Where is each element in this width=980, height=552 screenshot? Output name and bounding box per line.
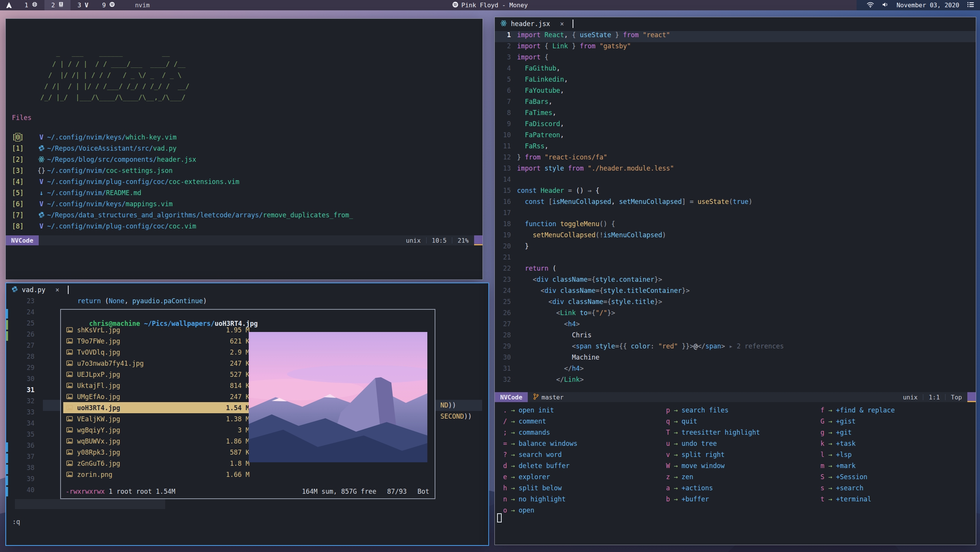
code-line-23[interactable]: 23 <div className={style.container}> [495, 276, 976, 287]
whichkey-entry[interactable]: b→+buffer [662, 493, 760, 504]
code-line-24[interactable]: 24 <div className={style.titleContainer}… [495, 287, 976, 298]
file-row[interactable]: y08Rpk3.jpg587 K [63, 447, 253, 458]
code-line-2[interactable]: 2import { Link } from "gatsby" [495, 42, 976, 53]
code-line-21[interactable]: 21 [495, 253, 976, 264]
lf-file-manager-popup[interactable]: chris@machine ~/Pics/wallpapers/uoH3RT4.… [60, 309, 435, 499]
code-line-19[interactable]: 19 setMenuCollapsed(!isMenuCollapsed) [495, 231, 976, 242]
code-line-18[interactable]: 18 function toggleMenu() { [495, 220, 976, 231]
startify-item[interactable]: [4]V~/.config/nvim/plug-config/coc/coc-e… [12, 176, 479, 187]
whichkey-entry[interactable]: ?→search word [499, 449, 578, 460]
whichkey-entry[interactable]: q→quit [662, 416, 760, 427]
startify-item[interactable]: [0]V~/.config/nvim/keys/which-key.vim [12, 131, 479, 143]
tab-close-icon[interactable]: × [560, 20, 564, 28]
whichkey-entry[interactable]: a→+actions [662, 482, 760, 493]
code-line-25[interactable]: 25 <div className={style.title}> [495, 298, 976, 309]
whichkey-entry[interactable]: u→undo tree [662, 438, 760, 449]
terminal-window-headerjsx[interactable]: header.jsx × 1import React, { useState }… [494, 17, 976, 545]
whichkey-entry[interactable]: l→+lsp [817, 449, 895, 460]
code-line-15[interactable]: 15const Header = () ⇒ { [495, 187, 976, 198]
workspace-button-1[interactable]: 1 [18, 0, 44, 10]
volume-icon[interactable] [882, 2, 889, 9]
whichkey-entry[interactable]: h→split below [499, 482, 578, 493]
file-row[interactable]: UEJLpxP.jpg527 K [63, 369, 253, 380]
whichkey-entry[interactable]: G→+gist [817, 416, 895, 427]
whichkey-entry[interactable]: .→open init [499, 404, 578, 416]
whichkey-entry[interactable]: W→move window [662, 460, 760, 471]
whichkey-entry[interactable]: m→+mark [817, 460, 895, 471]
whichkey-entry[interactable]: k→+task [817, 438, 895, 449]
whichkey-entry[interactable]: p→search files [662, 404, 760, 416]
workspace-button-2[interactable]: 2 [44, 0, 71, 10]
file-row[interactable]: u7o3nwab7fy41.jpg247 K [63, 358, 253, 369]
whichkey-entry[interactable]: d→delete buffer [499, 460, 578, 471]
whichkey-entry[interactable]: t→+terminal [817, 493, 895, 504]
code-line-6[interactable]: 6 FaYoutube, [495, 87, 976, 98]
code-line-30[interactable]: 30 Machine [495, 353, 976, 365]
whichkey-entry[interactable]: o→open [499, 504, 578, 516]
startify-item[interactable]: [6]V~/.config/nvim/keys/mappings.vim [12, 198, 479, 209]
tab-vad-py[interactable]: vad.py × [6, 283, 65, 296]
whichkey-entry[interactable]: f→+find & replace [817, 404, 895, 416]
whichkey-entry[interactable]: n→no highlight [499, 493, 578, 504]
code-line-16[interactable]: 16 const [isMenuCollapsed, setMenuCollap… [495, 198, 976, 209]
whichkey-entry[interactable]: ;→commands [499, 427, 578, 438]
tab-header-jsx[interactable]: header.jsx × [495, 17, 570, 30]
workspace-button-9[interactable]: 9 [95, 0, 122, 10]
code-line-13[interactable]: 13import style from "./header.module.les… [495, 164, 976, 176]
file-row[interactable]: UktajFl.jpg814 K [63, 380, 253, 391]
whichkey-entry[interactable]: s→+search [817, 482, 895, 493]
whichkey-entry[interactable]: g→+git [817, 427, 895, 438]
code-line-5[interactable]: 5 FaLinkedin, [495, 76, 976, 87]
whichkey-entry[interactable]: v→split right [662, 449, 760, 460]
code-line-3[interactable]: 3import { [495, 53, 976, 64]
file-row[interactable]: T9o7FWe.jpg621 K [63, 335, 253, 347]
code-line-28[interactable]: 28 Chris [495, 331, 976, 342]
whichkey-entry[interactable]: S→+Session [817, 471, 895, 482]
whichkey-entry[interactable]: z→zen [662, 471, 760, 482]
jsx-buffer[interactable]: 1import React, { useState } from "react"… [495, 31, 976, 387]
terminal-window-dashboard[interactable]: _ ___ ______ __ / | / / | / / ____/___ _… [5, 18, 483, 280]
code-line-32[interactable]: 32 </Link> [495, 376, 976, 387]
code-line-12[interactable]: 12} from "react-icons/fa" [495, 153, 976, 164]
code-line-9[interactable]: 9 FaDiscord, [495, 120, 976, 131]
buffer-line-23[interactable]: 23 return (None, pyaudio.paContinue) [6, 297, 488, 308]
tab-close-icon[interactable]: × [55, 286, 59, 294]
code-line-11[interactable]: 11 FaRss, [495, 142, 976, 153]
code-line-7[interactable]: 7 FaBars, [495, 98, 976, 109]
code-line-10[interactable]: 10 FaPatreon, [495, 131, 976, 142]
code-line-1[interactable]: 1import React, { useState } from "react" [495, 31, 976, 42]
file-row[interactable]: VEaljKW.jpg1.38 M [63, 413, 253, 424]
workspace-button-3[interactable]: 3V [71, 0, 95, 10]
tray-menu-icon[interactable] [967, 2, 975, 9]
startify-item[interactable]: [5]↓~/.config/nvim/README.md [12, 187, 479, 198]
startify-item[interactable]: [3]{}~/.config/nvim/coc-settings.json [12, 165, 479, 176]
file-row[interactable]: zorin.png1.66 M [63, 469, 253, 480]
whichkey-entry[interactable]: /→comment [499, 416, 578, 427]
whichkey-entry[interactable]: T→treesitter highlight [662, 427, 760, 438]
code-line-14[interactable]: 14 [495, 176, 976, 187]
code-line-20[interactable]: 20 } [495, 242, 976, 253]
code-line-22[interactable]: 22 return ( [495, 264, 976, 276]
whichkey-entry[interactable]: e→explorer [499, 471, 578, 482]
file-row[interactable]: uoH3RT4.jpg1.54 M [63, 402, 253, 413]
code-line-27[interactable]: 27 <h4> [495, 320, 976, 331]
code-line-26[interactable]: 26 <Link to={"/"}> [495, 309, 976, 320]
code-line-31[interactable]: 31 </h4> [495, 365, 976, 376]
startify-item[interactable]: [8]V~/.config/nvim/plug-config/coc/coc.v… [12, 220, 479, 232]
code-line-4[interactable]: 4 FaGithub, [495, 64, 976, 76]
startify-item[interactable]: [1]~/Repos/VoiceAssistant/src/vad.py [12, 143, 479, 154]
file-row[interactable]: UMgEfAo.jpg247 K [63, 391, 253, 402]
file-row[interactable]: shKsVrL.jpg1.95 M [63, 324, 253, 335]
whichkey-entry[interactable]: =→balance windows [499, 438, 578, 449]
code-line-8[interactable]: 8 FaTimes, [495, 109, 976, 120]
code-line-17[interactable]: 17 [495, 209, 976, 220]
file-row[interactable]: TvOVDlq.jpg2.9 M [63, 347, 253, 358]
file-row[interactable]: zGnGuT6.jpg1.8 M [63, 458, 253, 469]
wifi-icon[interactable] [867, 2, 874, 9]
file-row[interactable]: wgBqiyY.jpg3 M [63, 424, 253, 435]
startify-item[interactable]: [2]~/Repos/blog/src/components/header.js… [12, 154, 479, 165]
code-line-29[interactable]: 29 <span style={{ color: "red" }}>@</spa… [495, 342, 976, 353]
file-row[interactable]: wqBUWVx.jpg1.86 M [63, 435, 253, 447]
command-line[interactable]: :q [12, 516, 20, 527]
terminal-window-vadpy[interactable]: vad.py × 23 return (None, pyaudio.paCont… [5, 283, 489, 546]
